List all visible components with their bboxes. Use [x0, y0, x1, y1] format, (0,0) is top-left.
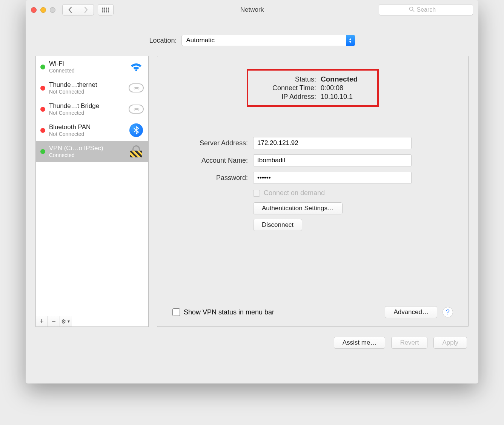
svg-line-1 — [412, 10, 414, 11]
vpn-form: Server Address: Account Name: Password: … — [172, 137, 453, 231]
help-icon: ? — [446, 308, 450, 316]
help-button[interactable]: ? — [443, 307, 453, 317]
interface-status: Not Connected — [49, 131, 125, 137]
gear-icon: ⚙︎ — [61, 318, 66, 325]
ip-address-value: 10.10.10.1 — [321, 93, 353, 101]
interface-status: Not Connected — [49, 89, 125, 95]
server-address-label: Server Address: — [172, 139, 248, 147]
footer-buttons: Assist me… Revert Apply — [26, 327, 478, 349]
connect-on-demand-checkbox[interactable] — [253, 190, 260, 197]
chevron-left-icon — [69, 7, 71, 12]
lock-icon — [129, 144, 144, 159]
authentication-settings-button[interactable]: Authentication Settings… — [253, 202, 343, 214]
sidebar-item-bluetooth-pan[interactable]: Bluetooth PAN Not Connected — [36, 120, 148, 141]
connect-time-label: Connect Time: — [248, 84, 316, 92]
search-input[interactable] — [417, 6, 443, 13]
apply-button[interactable]: Apply — [433, 337, 467, 349]
location-label: Location: — [149, 37, 177, 45]
select-stepper-icon: ▲▼ — [346, 35, 355, 46]
detail-panel: Status: Connected Connect Time: 0:00:08 … — [157, 56, 469, 327]
close-window-button[interactable] — [31, 7, 37, 13]
password-label: Password: — [172, 174, 248, 182]
detail-bottom-row: Show VPN status in menu bar Advanced… ? — [172, 306, 453, 318]
server-address-input[interactable] — [253, 137, 412, 149]
assist-me-button[interactable]: Assist me… — [334, 337, 386, 349]
location-row: Location: Automatic ▲▼ — [26, 20, 478, 56]
sidebar-item-wifi[interactable]: Wi-Fi Connected — [36, 56, 148, 77]
svg-point-2 — [135, 69, 137, 71]
forward-button[interactable] — [78, 4, 94, 15]
show-vpn-menubar-label: Show VPN status in menu bar — [184, 308, 274, 316]
revert-button[interactable]: Revert — [391, 337, 427, 349]
status-dot-icon — [40, 128, 45, 133]
interface-name: Thunde…thernet — [49, 81, 125, 89]
sidebar-item-thunderbolt-bridge[interactable]: Thunde…t Bridge Not Connected ‹•••› — [36, 99, 148, 120]
location-select[interactable]: Automatic ▲▼ — [181, 35, 355, 46]
nav-buttons — [62, 4, 94, 15]
wifi-icon — [129, 59, 144, 74]
location-value: Automatic — [181, 35, 355, 46]
disconnect-button[interactable]: Disconnect — [253, 219, 302, 231]
ethernet-icon: ‹•••› — [129, 80, 144, 95]
status-dot-icon — [40, 65, 45, 69]
ip-address-label: IP Address: — [248, 93, 316, 101]
interface-options-button[interactable]: ⚙︎▼ — [60, 316, 72, 326]
interface-name: VPN (Ci…o IPSec) — [49, 145, 125, 152]
interface-status: Connected — [49, 152, 125, 158]
show-all-prefs-button[interactable] — [98, 4, 114, 15]
show-vpn-menubar-checkbox[interactable] — [172, 308, 180, 316]
zoom-window-button[interactable] — [50, 7, 55, 13]
bluetooth-icon — [129, 123, 144, 138]
status-dot-icon — [40, 149, 45, 154]
advanced-button[interactable]: Advanced… — [385, 306, 437, 318]
status-highlight-box: Status: Connected Connect Time: 0:00:08 … — [247, 69, 379, 107]
ethernet-icon: ‹•••› — [129, 102, 144, 117]
sidebar-toolbar: + − ⚙︎▼ — [36, 316, 148, 326]
status-dot-icon — [40, 86, 45, 91]
minimize-window-button[interactable] — [40, 7, 46, 13]
grid-icon — [102, 8, 109, 12]
connect-on-demand-label: Connect on demand — [264, 189, 325, 197]
traffic-lights — [31, 7, 55, 13]
password-input[interactable] — [253, 172, 412, 184]
chevron-down-icon: ▼ — [67, 319, 71, 323]
sidebar-item-vpn[interactable]: VPN (Ci…o IPSec) Connected — [36, 141, 148, 162]
remove-interface-button[interactable]: − — [48, 316, 60, 326]
chevron-right-icon — [85, 7, 87, 12]
account-name-input[interactable] — [253, 154, 412, 166]
interface-name: Bluetooth PAN — [49, 123, 125, 131]
interface-name: Thunde…t Bridge — [49, 102, 125, 110]
interface-status: Not Connected — [49, 110, 125, 116]
status-label: Status: — [248, 75, 316, 83]
back-button[interactable] — [62, 4, 78, 15]
sidebar-item-thunderbolt-ethernet[interactable]: Thunde…thernet Not Connected ‹•••› — [36, 77, 148, 99]
main-area: Wi-Fi Connected Thunde…thernet — [26, 56, 478, 327]
interface-status: Connected — [49, 68, 125, 74]
account-name-label: Account Name: — [172, 157, 248, 165]
interface-sidebar: Wi-Fi Connected Thunde…thernet — [35, 56, 149, 327]
titlebar: Network — [26, 0, 478, 20]
search-field[interactable] — [379, 4, 473, 15]
interface-list: Wi-Fi Connected Thunde…thernet — [36, 56, 148, 316]
add-interface-button[interactable]: + — [36, 316, 48, 326]
network-preferences-window: Network Location: Automatic ▲▼ Wi-Fi — [26, 0, 478, 383]
status-value: Connected — [321, 75, 358, 83]
interface-name: Wi-Fi — [49, 60, 125, 68]
status-dot-icon — [40, 107, 45, 112]
search-icon — [409, 6, 415, 14]
connect-time-value: 0:00:08 — [321, 84, 343, 92]
